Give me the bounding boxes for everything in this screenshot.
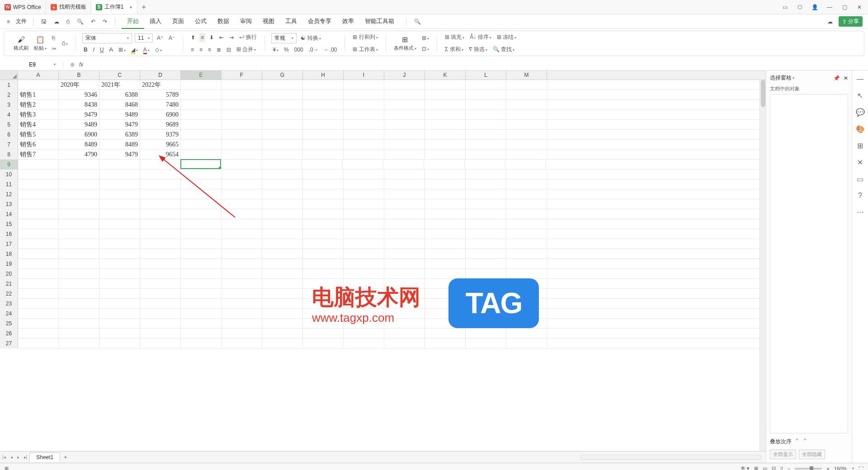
cell[interactable]: 8489 bbox=[99, 140, 140, 150]
cell[interactable] bbox=[466, 259, 506, 269]
cell[interactable]: 2021年 bbox=[99, 80, 140, 90]
cell[interactable] bbox=[181, 299, 222, 309]
cell[interactable] bbox=[222, 140, 262, 150]
cell[interactable] bbox=[425, 150, 466, 160]
row-header[interactable]: 18 bbox=[0, 249, 18, 259]
menu-item[interactable]: 开始 bbox=[122, 14, 144, 29]
cell[interactable] bbox=[344, 110, 384, 120]
cell[interactable]: 6900 bbox=[59, 130, 99, 140]
cell[interactable] bbox=[140, 289, 181, 299]
cell[interactable] bbox=[181, 319, 222, 329]
share-button[interactable]: ⇪ 分享 bbox=[839, 16, 863, 27]
cell[interactable]: 销售1 bbox=[18, 90, 59, 100]
cell[interactable]: 6388 bbox=[99, 90, 140, 100]
paste-button[interactable]: 📋粘贴▾ bbox=[33, 34, 48, 52]
cell[interactable] bbox=[384, 120, 425, 130]
cell[interactable] bbox=[303, 319, 344, 329]
row-header[interactable]: 15 bbox=[0, 219, 18, 229]
cell[interactable] bbox=[303, 140, 344, 150]
cell[interactable] bbox=[222, 199, 262, 209]
cell[interactable] bbox=[181, 279, 222, 289]
cell[interactable] bbox=[181, 100, 222, 110]
cell[interactable] bbox=[99, 269, 140, 279]
cell[interactable] bbox=[384, 140, 425, 150]
cell[interactable] bbox=[303, 110, 344, 120]
cell[interactable] bbox=[262, 199, 303, 209]
cell[interactable] bbox=[384, 289, 425, 299]
cell[interactable] bbox=[425, 329, 466, 338]
cell[interactable] bbox=[506, 209, 547, 219]
cell[interactable] bbox=[140, 239, 181, 249]
cell[interactable] bbox=[222, 299, 262, 309]
cell[interactable] bbox=[344, 100, 384, 110]
cell[interactable] bbox=[506, 219, 547, 229]
cell[interactable] bbox=[262, 90, 303, 100]
cell[interactable] bbox=[59, 160, 99, 169]
cell[interactable]: 9489 bbox=[99, 110, 140, 120]
cell[interactable] bbox=[425, 239, 466, 249]
justify-icon[interactable]: ≣ bbox=[215, 45, 222, 54]
cell[interactable] bbox=[384, 110, 425, 120]
column-header[interactable]: A bbox=[18, 70, 59, 80]
cell[interactable] bbox=[18, 80, 59, 90]
palette-tool-icon[interactable]: 🎨 bbox=[856, 125, 865, 133]
cell[interactable] bbox=[506, 130, 547, 140]
cell[interactable]: 9479 bbox=[99, 150, 140, 160]
cell[interactable] bbox=[18, 229, 59, 239]
cell[interactable] bbox=[140, 219, 181, 229]
note-icon[interactable]: ▭ bbox=[781, 4, 789, 10]
cell[interactable] bbox=[344, 150, 384, 160]
hamburger-icon[interactable]: ≡ bbox=[5, 19, 11, 25]
cell[interactable] bbox=[384, 189, 425, 199]
tab-close-icon[interactable]: ● bbox=[129, 5, 132, 9]
cut-icon[interactable]: ✂ bbox=[51, 44, 58, 53]
cell[interactable] bbox=[262, 259, 303, 269]
cell[interactable] bbox=[59, 269, 99, 279]
increase-decimal-icon[interactable]: ←.00 bbox=[323, 45, 339, 54]
cell[interactable] bbox=[99, 209, 140, 219]
cell[interactable] bbox=[384, 259, 425, 269]
cell[interactable] bbox=[466, 130, 506, 140]
rowcol-button[interactable]: ⊞ 行和列▾ bbox=[351, 32, 379, 42]
cell[interactable]: 2022年 bbox=[140, 80, 181, 90]
formula-input[interactable] bbox=[88, 61, 868, 68]
cell[interactable] bbox=[466, 299, 506, 309]
cell[interactable] bbox=[59, 299, 99, 309]
underline-icon[interactable]: U bbox=[99, 45, 105, 54]
cell[interactable] bbox=[222, 219, 262, 229]
cell[interactable] bbox=[303, 269, 344, 279]
zoom-slider[interactable] bbox=[795, 468, 822, 470]
close-button[interactable]: ✕ bbox=[855, 4, 863, 10]
cell[interactable] bbox=[303, 130, 344, 140]
cell[interactable] bbox=[506, 150, 547, 160]
cell[interactable]: 8438 bbox=[59, 100, 99, 110]
align-center-icon[interactable]: ≡ bbox=[198, 45, 204, 54]
cell[interactable] bbox=[18, 169, 59, 179]
strike-icon[interactable]: A bbox=[108, 45, 114, 54]
avatar-icon[interactable]: 👤 bbox=[811, 4, 819, 10]
move-up-icon[interactable]: ˄ bbox=[794, 437, 800, 446]
cell[interactable] bbox=[506, 289, 547, 299]
cell[interactable] bbox=[262, 289, 303, 299]
cell[interactable] bbox=[344, 279, 384, 289]
cell[interactable] bbox=[262, 169, 303, 179]
cell[interactable] bbox=[466, 219, 506, 229]
status-icon[interactable]: ⊞ bbox=[5, 465, 9, 470]
cell[interactable] bbox=[99, 299, 140, 309]
cell[interactable] bbox=[140, 179, 181, 189]
menu-item[interactable]: 效率 bbox=[337, 14, 359, 29]
cell[interactable] bbox=[181, 338, 222, 348]
cell[interactable] bbox=[303, 169, 344, 179]
menu-item[interactable]: 公式 bbox=[189, 14, 212, 29]
cell[interactable] bbox=[384, 319, 425, 329]
align-right-icon[interactable]: ≡ bbox=[207, 45, 212, 54]
cloud-icon[interactable]: ☁ bbox=[52, 19, 61, 25]
cell[interactable] bbox=[384, 239, 425, 249]
cell[interactable] bbox=[506, 239, 547, 249]
preview-icon[interactable]: 🔍 bbox=[75, 19, 85, 25]
chart-tool-icon[interactable]: ⊞ bbox=[857, 141, 863, 150]
cell[interactable] bbox=[181, 329, 222, 338]
cell[interactable]: 2020年 bbox=[59, 80, 99, 90]
cell[interactable] bbox=[99, 259, 140, 269]
cell[interactable] bbox=[140, 189, 181, 199]
